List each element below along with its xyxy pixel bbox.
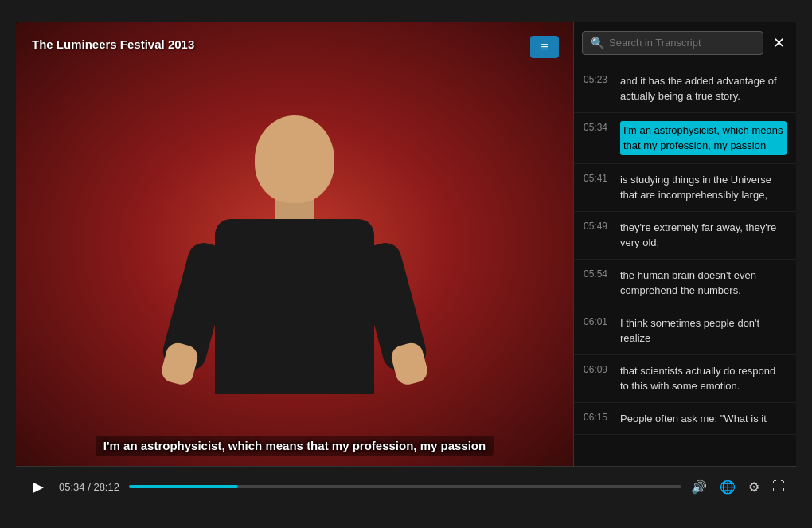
search-icon: 🔍	[591, 37, 604, 49]
transcript-item[interactable]: 05:41is studying things in the Universe …	[574, 164, 796, 212]
close-button[interactable]: ✕	[770, 33, 788, 53]
transcript-item-time: 05:23	[584, 74, 614, 85]
transcript-item[interactable]: 05:49they're extremely far away, they're…	[574, 212, 796, 260]
fullscreen-button[interactable]: ⛶	[772, 479, 785, 494]
person-arm-left	[159, 239, 235, 374]
transcript-item-text: they're extremely far away, they're very…	[620, 220, 787, 251]
transcript-item-text: the human brain doesn't even comprehend …	[620, 268, 787, 299]
transcript-panel: 🔍 ✕ 05:23and it has the added advantage …	[573, 22, 796, 466]
video-section: The Lumineers Festival 2013 ≡ I'm an ast…	[16, 22, 573, 466]
transcript-item-text: and it has the added advantage of actual…	[620, 73, 787, 104]
transcript-item-time: 05:34	[584, 122, 614, 133]
search-input[interactable]	[609, 37, 755, 49]
control-icons: 🔊 🌐 ⚙ ⛶	[691, 479, 785, 495]
play-icon: ▶	[33, 478, 44, 495]
transcript-item[interactable]: 05:54the human brain doesn't even compre…	[574, 260, 796, 307]
transcript-item-time: 06:01	[584, 316, 614, 327]
presenter-figure	[183, 115, 406, 418]
current-time: 05:34	[59, 481, 85, 493]
transcript-item-time: 05:41	[584, 173, 614, 184]
language-button[interactable]: 🌐	[720, 479, 736, 495]
person-hand-right	[389, 340, 431, 387]
person-arm-right	[354, 239, 430, 374]
controls-bar: ▶ 05:34 / 28:12 🔊 🌐 ⚙ ⛶	[16, 466, 796, 507]
transcript-item[interactable]: 06:09that scientists actually do respond…	[574, 355, 796, 403]
video-player: The Lumineers Festival 2013 ≡ I'm an ast…	[16, 22, 796, 507]
play-button[interactable]: ▶	[27, 475, 49, 498]
transcript-item-time: 05:54	[584, 268, 614, 280]
transcript-item[interactable]: 05:23and it has the added advantage of a…	[574, 65, 796, 113]
person-head	[255, 115, 334, 203]
total-time: 28:12	[93, 481, 119, 493]
progress-bar[interactable]	[129, 485, 681, 488]
video-title: The Lumineers Festival 2013	[32, 37, 194, 51]
transcript-item-text: People often ask me: "What is it	[620, 411, 767, 427]
transcript-item-time: 06:09	[584, 364, 614, 375]
transcript-search-bar: 🔍 ✕	[574, 22, 796, 65]
main-area: The Lumineers Festival 2013 ≡ I'm an ast…	[16, 22, 796, 466]
video-background: The Lumineers Festival 2013 ≡ I'm an ast…	[16, 22, 573, 466]
transcript-list: 05:23and it has the added advantage of a…	[574, 65, 796, 466]
transcript-toggle-button[interactable]: ≡	[530, 36, 559, 58]
transcript-item-time: 06:15	[584, 412, 614, 423]
transcript-item-text: I think sometimes people don't realize	[620, 315, 787, 346]
transcript-item[interactable]: 05:34I'm an astrophysicist, which means …	[574, 113, 796, 164]
settings-button[interactable]: ⚙	[748, 479, 759, 495]
transcript-item-text: is studying things in the Universe that …	[620, 172, 787, 203]
transcript-item[interactable]: 06:01I think sometimes people don't real…	[574, 307, 796, 355]
transcript-icon: ≡	[541, 40, 548, 54]
transcript-item[interactable]: 06:15People often ask me: "What is it	[574, 403, 796, 436]
search-box: 🔍	[582, 31, 763, 55]
person-hand-left	[159, 340, 201, 387]
transcript-item-text: that scientists actually do respond to t…	[620, 363, 787, 394]
progress-fill	[129, 485, 238, 488]
subtitle-bar: I'm an astrophysicist, which means that …	[16, 434, 573, 458]
subtitle-text: I'm an astrophysicist, which means that …	[96, 436, 494, 456]
volume-button[interactable]: 🔊	[691, 479, 707, 495]
transcript-item-time: 05:49	[584, 221, 614, 232]
time-display: 05:34 / 28:12	[59, 481, 119, 493]
person-body	[215, 219, 374, 394]
transcript-item-text: I'm an astrophysicist, which means that …	[620, 121, 787, 155]
